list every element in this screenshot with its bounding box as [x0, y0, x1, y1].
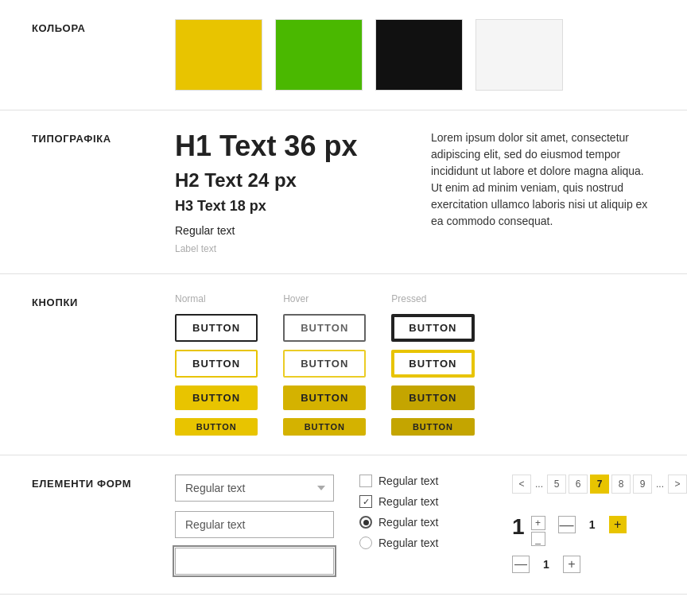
btn-normal-outlined-dark[interactable]: BUTTON — [175, 314, 258, 342]
pagination-page-8[interactable]: 8 — [611, 475, 631, 494]
buttons-normal-column: Normal BUTTON BUTTON BUTTON BUTTON — [175, 293, 258, 436]
stepper-value-2: 1 — [534, 558, 558, 571]
checkbox-checked-label: Regular text — [378, 495, 438, 508]
btn-hover-outlined-yellow[interactable]: BUTTON — [283, 350, 366, 378]
stepper-simple: — 1 + — [512, 556, 687, 573]
btn-hover-yellow-small[interactable]: BUTTON — [283, 418, 366, 436]
pagination-page-7[interactable]: 7 — [590, 475, 609, 494]
colors-content — [175, 19, 655, 91]
pagination-prev[interactable]: < — [512, 475, 531, 494]
stepper-large-up[interactable]: + — [531, 516, 545, 530]
forms-label: ЕЛЕМЕНТИ ФОРМ — [32, 475, 175, 490]
form-input-text[interactable] — [175, 511, 334, 538]
stepper-large: 1 + _ — 1 + — [512, 516, 687, 546]
radio-selected[interactable] — [359, 516, 372, 529]
checkbox-unchecked-row: Regular text — [359, 475, 487, 487]
btn-pressed-outlined-dark[interactable]: BUTTON — [391, 314, 474, 342]
stepper-large-value: 1 — [512, 516, 525, 538]
pagination: < ... 5 6 7 8 9 ... > — [512, 475, 687, 494]
radio-unselected[interactable] — [359, 537, 372, 549]
buttons-section: КНОПКИ Normal BUTTON BUTTON BUTTON BUTTO… — [0, 274, 687, 455]
forms-section: ЕЛЕМЕНТИ ФОРМ Regular text Regular text — [0, 455, 687, 595]
colors-row — [175, 19, 655, 91]
normal-label: Normal — [175, 293, 258, 304]
h3-text: H3 Text 18 px — [175, 198, 399, 215]
typography-columns: H1 Text 36 px H2 Text 24 px H3 Text 18 p… — [175, 130, 655, 254]
pressed-label: Pressed — [391, 293, 474, 304]
buttons-hover-column: Hover BUTTON BUTTON BUTTON BUTTON — [283, 293, 366, 436]
colors-label: КОЛЬОРА — [32, 19, 175, 34]
form-inputs-column: Regular text — [175, 475, 334, 575]
btn-pressed-yellow[interactable]: BUTTON — [391, 385, 474, 410]
pagination-next[interactable]: > — [668, 475, 687, 494]
form-columns: Regular text Regular text Regular text — [175, 475, 687, 575]
swatch-yellow — [175, 19, 262, 91]
typography-section: ТИПОГРАФІКА H1 Text 36 px H2 Text 24 px … — [0, 110, 687, 274]
pagination-page-9[interactable]: 9 — [633, 475, 652, 494]
hover-label: Hover — [283, 293, 366, 304]
form-right-column: < ... 5 6 7 8 9 ... > 1 + _ — [512, 475, 687, 573]
stepper-value-1: 1 — [580, 518, 604, 531]
stepper-plus-1[interactable]: + — [609, 516, 627, 533]
btn-hover-outlined-dark[interactable]: BUTTON — [283, 314, 366, 342]
pagination-ellipsis-left: ... — [534, 478, 545, 490]
checkbox-unchecked-label: Regular text — [378, 475, 438, 487]
stepper-large-buttons: + _ — [531, 516, 545, 546]
form-input-focused[interactable] — [175, 548, 334, 575]
btn-normal-outlined-yellow[interactable]: BUTTON — [175, 350, 258, 378]
swatch-light — [475, 19, 563, 91]
label-text: Label text — [175, 243, 399, 254]
swatch-green — [275, 19, 363, 91]
stepper-minus-2[interactable]: — — [512, 556, 530, 573]
buttons-columns: Normal BUTTON BUTTON BUTTON BUTTON Hover… — [175, 293, 655, 436]
buttons-content: Normal BUTTON BUTTON BUTTON BUTTON Hover… — [175, 293, 655, 436]
form-select[interactable]: Regular text — [175, 475, 334, 502]
colors-section: КОЛЬОРА — [0, 0, 687, 110]
stepper-large-down[interactable]: _ — [531, 532, 545, 546]
btn-hover-yellow[interactable]: BUTTON — [283, 385, 366, 410]
btn-normal-yellow[interactable]: BUTTON — [175, 385, 258, 410]
radio-unselected-row: Regular text — [359, 537, 487, 549]
swatch-black — [375, 19, 463, 91]
h2-text: H2 Text 24 px — [175, 169, 399, 192]
typography-content: H1 Text 36 px H2 Text 24 px H3 Text 18 p… — [175, 130, 655, 254]
buttons-pressed-column: Pressed BUTTON BUTTON BUTTON BUTTON — [391, 293, 474, 436]
stepper-minus-1[interactable]: — — [558, 516, 576, 533]
pagination-page-6[interactable]: 6 — [569, 475, 588, 494]
btn-normal-yellow-small[interactable]: BUTTON — [175, 418, 258, 436]
regular-text: Regular text — [175, 224, 399, 237]
form-middle-column: Regular text Regular text Regular text R… — [359, 475, 487, 549]
typography-label: ТИПОГРАФІКА — [32, 130, 175, 145]
checkbox-checked-row: Regular text — [359, 495, 487, 508]
buttons-label: КНОПКИ — [32, 293, 175, 308]
h1-text: H1 Text 36 px — [175, 130, 399, 163]
checkbox-checked[interactable] — [359, 495, 372, 508]
btn-pressed-yellow-small[interactable]: BUTTON — [391, 418, 474, 436]
typography-left: H1 Text 36 px H2 Text 24 px H3 Text 18 p… — [175, 130, 399, 254]
forms-content: Regular text Regular text Regular text — [175, 475, 687, 575]
stepper-plus-2[interactable]: + — [563, 556, 580, 573]
radio-selected-row: Regular text — [359, 516, 487, 529]
typography-lorem: Lorem ipsum dolor sit amet, consectetur … — [431, 130, 655, 254]
radio-selected-label: Regular text — [378, 516, 438, 529]
checkbox-unchecked[interactable] — [359, 475, 372, 487]
pagination-page-5[interactable]: 5 — [547, 475, 566, 494]
pagination-ellipsis-right: ... — [654, 478, 666, 490]
btn-pressed-outlined-yellow[interactable]: BUTTON — [391, 350, 474, 378]
radio-unselected-label: Regular text — [378, 537, 438, 549]
